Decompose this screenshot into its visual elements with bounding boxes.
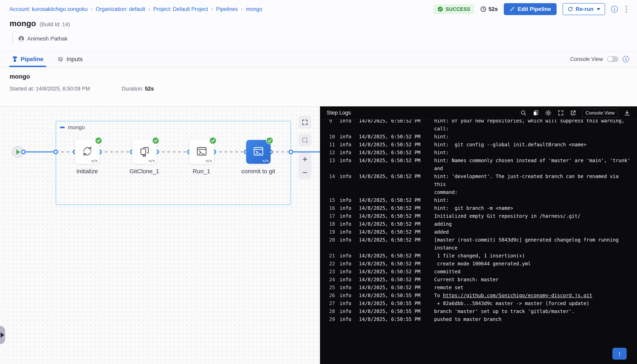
zoom-in-button[interactable]: + xyxy=(302,155,308,164)
duration-value: 52s xyxy=(488,6,498,12)
inputs-icon xyxy=(57,56,64,62)
run-name: mongo xyxy=(10,73,637,80)
console-view-button[interactable]: Console View xyxy=(582,108,618,117)
refresh-icon xyxy=(567,6,573,12)
log-line: 14info14/8/2025, 6:50:52 PMhint: 'develo… xyxy=(329,172,631,196)
stage-label: mongo xyxy=(68,124,85,130)
rerun-button[interactable]: Re-run xyxy=(562,3,605,15)
step-logs-panel: Step Logs Console View 9info14/8/202 xyxy=(320,106,637,364)
expand-right-icon xyxy=(0,332,4,338)
log-header: Step Logs Console View xyxy=(320,106,637,120)
left-panel-expander[interactable] xyxy=(0,326,5,344)
rerun-label: Re-run xyxy=(576,6,594,12)
log-line: 9info14/8/2025, 6:50:52 PMhint: of your … xyxy=(329,120,631,133)
log-line: 22info14/8/2025, 6:50:52 PM create mode … xyxy=(329,260,631,268)
tab-pipeline-label: Pipeline xyxy=(21,56,44,62)
play-icon xyxy=(16,150,20,154)
code-tag: </> xyxy=(206,158,212,163)
step-node-commit-to-git[interactable]: </> xyxy=(246,140,270,164)
step-label: GitClone_1 xyxy=(114,168,174,175)
build-id: (Build Id: 14) xyxy=(40,22,70,28)
chevron-down-icon[interactable] xyxy=(597,8,600,10)
breadcrumb-item[interactable]: Project: Default Project xyxy=(153,6,208,12)
canvas-fullscreen-button[interactable] xyxy=(298,116,311,128)
pencil-icon xyxy=(509,6,515,12)
log-line: 26info14/8/2025, 6:50:55 PMTo https://gi… xyxy=(329,292,631,300)
fullscreen-icon[interactable] xyxy=(558,110,564,116)
step-node-gitclone_1[interactable]: </> xyxy=(132,140,156,164)
tab-inputs[interactable]: Inputs xyxy=(57,52,83,67)
log-line: 29info14/8/2025, 6:50:55 PMpushed to mas… xyxy=(329,315,631,323)
connector-line xyxy=(156,152,190,152)
port-ring xyxy=(21,150,26,154)
connector-line xyxy=(270,152,291,152)
edit-pipeline-button[interactable]: Edit Pipeline xyxy=(504,3,556,15)
breadcrumb-item[interactable]: Account: kurosakiichigo.songoku xyxy=(10,6,88,12)
breadcrumb-item[interactable]: Organization: default xyxy=(96,6,145,12)
page-title: mongo xyxy=(10,19,36,28)
log-line: 19info14/8/2025, 6:50:52 PMadded xyxy=(329,228,631,236)
log-line: 12info14/8/2025, 6:50:52 PMhint: xyxy=(329,149,631,156)
step-node-run_1[interactable]: </> xyxy=(189,140,214,164)
copy-icon[interactable] xyxy=(532,110,539,116)
breadcrumb-item[interactable]: mongo xyxy=(246,6,262,12)
tab-inputs-label: Inputs xyxy=(66,56,83,62)
zoom-out-button[interactable]: − xyxy=(302,168,308,177)
step-success-icon xyxy=(95,137,102,144)
scroll-to-top-button[interactable]: ↑ xyxy=(612,348,627,360)
port-ring xyxy=(54,150,58,154)
console-view-toggle[interactable] xyxy=(607,56,618,62)
author-name: Animesh Pathak xyxy=(27,36,68,42)
step-label: Initialize xyxy=(57,168,117,175)
log-body[interactable]: 9info14/8/2025, 6:50:52 PMhint: of your … xyxy=(320,120,637,364)
edit-pipeline-label: Edit Pipeline xyxy=(518,6,551,12)
log-line: 11info14/8/2025, 6:50:52 PMhint: git con… xyxy=(329,141,631,149)
top-bar: Account: kurosakiichigo.songoku›Organiza… xyxy=(0,0,637,18)
avatar-icon xyxy=(18,36,24,42)
top-actions: SUCCESS 52s Edit Pipeline Re-run i xyxy=(433,3,629,15)
breadcrumb-separator: › xyxy=(211,6,213,12)
log-line: 24info14/8/2025, 6:50:52 PMCurrent branc… xyxy=(329,276,631,284)
run-info-section: mongo Started at: 14/8/2025, 6:50:09 PM … xyxy=(0,68,637,106)
log-line: 13info14/8/2025, 6:50:52 PMhint: Names c… xyxy=(329,156,631,172)
connector-line xyxy=(56,152,75,152)
log-panel-title: Step Logs xyxy=(327,110,351,116)
pipeline-canvas[interactable]: mongo </>Initialize</>GitClone_1</>Run_1… xyxy=(0,106,320,364)
more-options-icon[interactable] xyxy=(624,4,629,14)
step-success-icon xyxy=(266,137,273,144)
connector-line xyxy=(214,152,246,152)
breadcrumb-separator: › xyxy=(148,6,150,12)
log-line: 17info14/8/2025, 6:50:52 PMInitialized e… xyxy=(329,212,631,220)
open-external-icon[interactable] xyxy=(570,110,576,116)
console-view-label: Console View xyxy=(570,56,603,62)
run-duration: Duration: 52s xyxy=(122,86,154,92)
status-text: SUCCESS xyxy=(446,6,470,12)
log-line: 18info14/8/2025, 6:50:52 PMadding xyxy=(329,220,631,228)
tab-bar: Pipeline Inputs Console View i xyxy=(0,51,637,67)
breadcrumb: Account: kurosakiichigo.songoku›Organiza… xyxy=(10,6,262,12)
log-line: 25info14/8/2025, 6:50:52 PMremote set xyxy=(329,284,631,292)
tab-pipeline[interactable]: Pipeline xyxy=(12,52,44,67)
success-check-icon xyxy=(437,6,443,12)
info-icon[interactable]: i xyxy=(611,6,618,12)
connector-line xyxy=(23,152,56,152)
clone-icon xyxy=(138,145,151,158)
pipeline-icon xyxy=(12,56,18,62)
step-label: commit to git xyxy=(228,168,288,175)
step-node-initialize[interactable]: </> xyxy=(75,140,100,164)
download-icon[interactable] xyxy=(624,110,630,116)
log-line: 21info14/8/2025, 6:50:52 PM 1 file chang… xyxy=(329,252,631,260)
log-link[interactable]: https://github.com/Sonichigo/economy-dis… xyxy=(443,292,592,298)
author-row: Animesh Pathak xyxy=(12,33,70,44)
search-icon[interactable] xyxy=(520,110,527,116)
log-line: 10info14/8/2025, 6:50:52 PMhint: xyxy=(329,133,631,141)
collapse-stage-icon[interactable] xyxy=(60,127,65,128)
breadcrumb-item[interactable]: Pipelines xyxy=(216,6,238,12)
canvas-select-button[interactable] xyxy=(298,134,311,146)
settings-gear-icon[interactable] xyxy=(545,110,552,116)
sync-icon xyxy=(81,145,94,158)
code-tag: </> xyxy=(148,158,155,163)
log-line: 20info14/8/2025, 6:50:52 PM[master (root… xyxy=(329,236,631,252)
build-header: mongo (Build Id: 14) Animesh Pathak xyxy=(10,19,70,44)
console-view-info-icon[interactable]: i xyxy=(623,56,629,62)
